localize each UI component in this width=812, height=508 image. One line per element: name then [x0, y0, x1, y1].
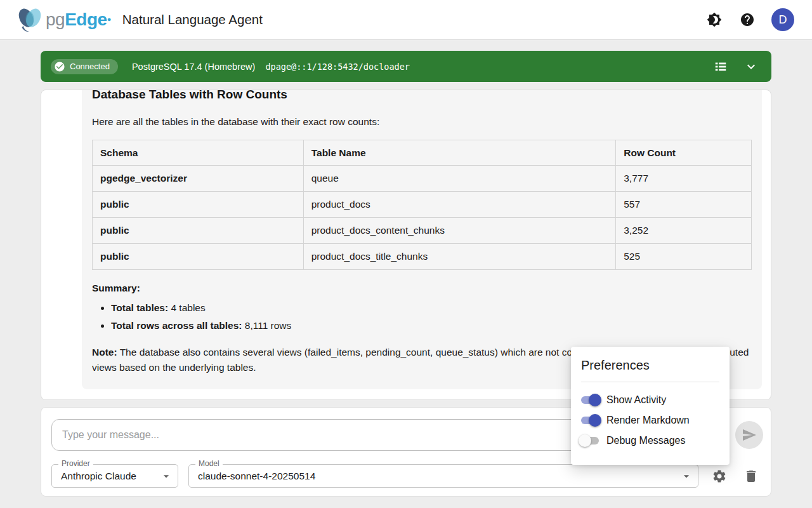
preferences-title: Preferences [571, 358, 730, 373]
provider-select-label: Provider [58, 459, 93, 468]
table-list-icon [714, 60, 728, 74]
table-name-cell: product_docs [303, 192, 616, 218]
connection-status-label: Connected [70, 62, 110, 71]
model-select-label: Model [195, 459, 223, 468]
table-row: pgedge_vectorizer queue 3,777 [93, 166, 752, 192]
summary-item: Total tables: 4 tables [111, 302, 752, 314]
pgedge-logo-text: pgEdge● [46, 10, 111, 30]
page-title: Natural Language Agent [122, 12, 263, 27]
pgedge-logo: pgEdge● [15, 6, 111, 33]
preferences-popup: Preferences Show Activity Render Markdow… [571, 347, 730, 465]
table-name-cell: product_docs_content_chunks [303, 218, 616, 244]
send-button[interactable] [735, 421, 763, 449]
table-name-cell: queue [303, 166, 616, 192]
row-count-cell: 3,777 [616, 166, 752, 192]
pref-label: Show Activity [606, 394, 666, 406]
table-row: public product_docs 557 [93, 192, 752, 218]
pgedge-heart-icon [15, 6, 44, 33]
pref-row-render-markdown[interactable]: Render Markdown [571, 410, 730, 431]
pref-label: Debug Messages [606, 435, 686, 446]
connection-expand-button[interactable] [742, 58, 760, 76]
pref-row-show-activity[interactable]: Show Activity [571, 390, 730, 410]
schema-cell: public [93, 218, 304, 244]
gear-icon [712, 469, 727, 484]
row-count-cell: 525 [616, 244, 752, 270]
table-name-cell: product_docs_title_chunks [303, 244, 616, 270]
dropdown-arrow-icon [160, 470, 173, 485]
dark-mode-icon [707, 12, 722, 27]
theme-toggle-button[interactable] [705, 11, 723, 29]
settings-button[interactable] [712, 469, 727, 484]
column-header-row-count: Row Count [616, 140, 752, 166]
table-row: public product_docs_title_chunks 525 [93, 244, 752, 270]
connection-status-badge: Connected [51, 59, 118, 74]
show-activity-toggle[interactable] [579, 394, 601, 406]
schema-cell: pgedge_vectorizer [93, 166, 304, 192]
check-circle-icon [54, 61, 65, 72]
summary-item: Total rows across all tables: 8,111 rows [111, 319, 752, 332]
summary-list: Total tables: 4 tables Total rows across… [92, 302, 752, 332]
help-icon [740, 12, 755, 27]
assistant-message-bubble: Database Tables with Row Counts Here are… [82, 90, 762, 389]
pref-row-debug-messages[interactable]: Debug Messages [571, 431, 730, 451]
row-count-cell: 557 [616, 192, 752, 218]
connection-string: dpage@::1/128:5432/docloader [265, 62, 410, 72]
table-row: public product_docs_content_chunks 3,252 [93, 218, 752, 244]
column-header-table-name: Table Name [303, 140, 616, 166]
provider-select-value: Anthropic Claude [61, 471, 136, 482]
column-header-schema: Schema [93, 140, 304, 166]
schema-cell: public [93, 192, 304, 218]
dropdown-arrow-icon [680, 470, 693, 485]
server-version-label: PostgreSQL 17.4 (Homebrew) [132, 62, 256, 72]
table-header-row: Schema Table Name Row Count [93, 140, 752, 166]
user-avatar[interactable]: D [771, 8, 794, 31]
db-tables-table: Schema Table Name Row Count pgedge_vecto… [92, 140, 752, 270]
schema-cell: public [93, 244, 304, 270]
trash-icon [743, 469, 759, 484]
message-intro: Here are all the tables in the database … [92, 116, 752, 128]
pref-label: Render Markdown [606, 415, 690, 426]
summary-heading: Summary: [92, 283, 752, 294]
help-button[interactable] [738, 11, 756, 29]
message-heading: Database Tables with Row Counts [92, 90, 752, 102]
table-list-button[interactable] [712, 58, 730, 76]
connection-bar: Connected PostgreSQL 17.4 (Homebrew) dpa… [41, 51, 771, 82]
clear-chat-button[interactable] [743, 469, 759, 484]
debug-messages-toggle[interactable] [579, 434, 601, 447]
app-header: pgEdge● Natural Language Agent D [0, 0, 812, 40]
provider-select[interactable]: Provider Anthropic Claude [51, 464, 178, 488]
chevron-down-icon [743, 59, 759, 74]
row-count-cell: 3,252 [616, 218, 752, 244]
model-select[interactable]: Model claude-sonnet-4-20250514 [188, 464, 698, 488]
model-select-value: claude-sonnet-4-20250514 [198, 471, 315, 482]
render-markdown-toggle[interactable] [579, 414, 601, 427]
preferences-divider [581, 382, 719, 382]
send-icon [742, 427, 757, 443]
